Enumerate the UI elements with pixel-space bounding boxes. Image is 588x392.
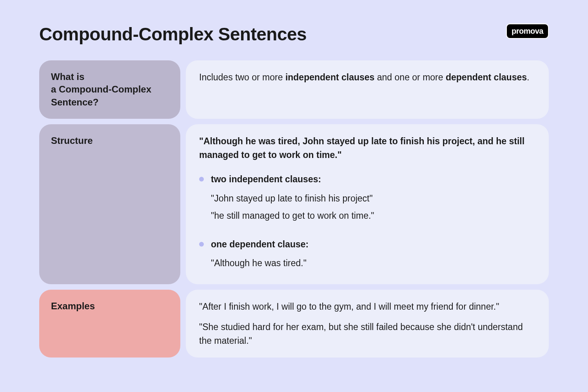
header: Compound-Complex Sentences promova (39, 24, 549, 45)
definition-heading-line1: What is (51, 71, 84, 82)
structure-quote: "Although he was tired, John stayed up l… (199, 134, 535, 162)
structure-group1-label: two independent clauses: (211, 172, 321, 186)
structure-group2-item-0: "Although he was tired." (211, 256, 535, 270)
definition-bold2: dependent clauses (446, 72, 527, 82)
page-title: Compound-Complex Sentences (39, 24, 307, 45)
definition-mid: and one or more (374, 72, 446, 82)
structure-row: Structure "Although he was tired, John s… (39, 124, 549, 284)
definition-heading-line2: a Compound-Complex (51, 84, 151, 94)
structure-group1-item-1: "he still managed to get to work on time… (211, 209, 535, 223)
examples-row: Examples "After I finish work, I will go… (39, 290, 549, 358)
structure-bullet-2: one dependent clause: (199, 238, 535, 251)
examples-heading-card: Examples (39, 290, 180, 358)
definition-body-card: Includes two or more independent clauses… (186, 60, 549, 119)
structure-heading-card: Structure (39, 124, 180, 284)
definition-heading-card: What is a Compound-Complex Sentence? (39, 60, 180, 119)
definition-row: What is a Compound-Complex Sentence? Inc… (39, 60, 549, 119)
definition-pre: Includes two or more (199, 72, 285, 82)
example-item-0: "After I finish work, I will go to the g… (199, 300, 535, 314)
structure-heading: Structure (51, 135, 93, 146)
brand-logo: promova (506, 24, 549, 39)
definition-post: . (527, 72, 529, 82)
bullet-icon (199, 177, 204, 181)
bullet-icon (199, 242, 204, 247)
structure-body-card: "Although he was tired, John stayed up l… (186, 124, 549, 284)
example-item-1: "She studied hard for her exam, but she … (199, 320, 535, 347)
examples-body-card: "After I finish work, I will go to the g… (186, 290, 549, 358)
definition-heading-line3: Sentence? (51, 97, 98, 107)
structure-bullet-1: two independent clauses: (199, 172, 535, 186)
examples-heading: Examples (51, 301, 95, 311)
structure-group2-label: one dependent clause: (211, 238, 309, 251)
structure-group1-item-0: "John stayed up late to finish his proje… (211, 192, 535, 205)
definition-bold1: independent clauses (285, 72, 375, 82)
